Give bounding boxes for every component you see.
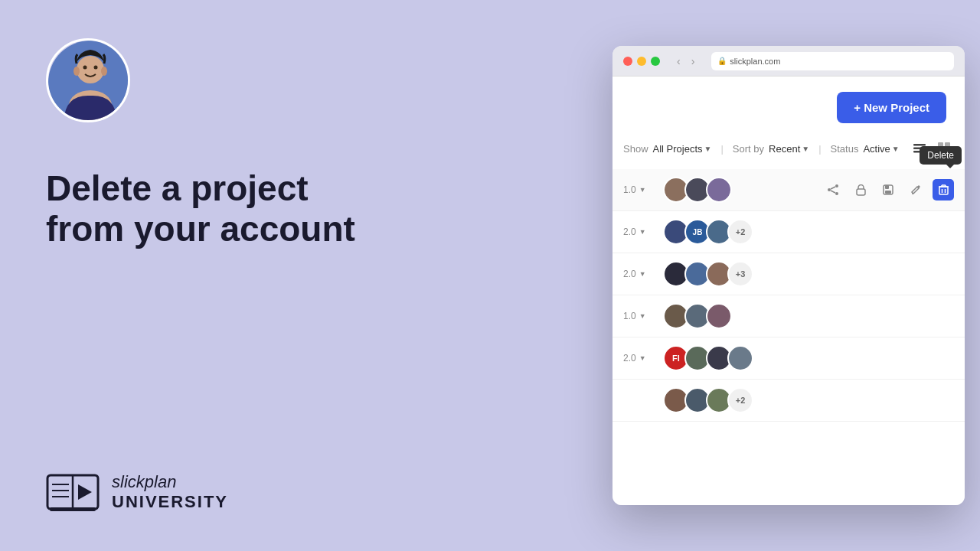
status-dropdown[interactable]: Active ▼ <box>863 143 899 155</box>
version-label: 1.0 ▼ <box>623 311 654 321</box>
table-row: 2.0 ▼ +3 <box>612 253 965 295</box>
show-caret: ▼ <box>704 145 712 153</box>
version-label: 2.0 ▼ <box>623 353 654 364</box>
svg-rect-28 <box>885 185 889 189</box>
avatars-group: FI <box>663 345 753 371</box>
status-caret: ▼ <box>892 145 900 153</box>
svg-rect-26 <box>857 189 865 195</box>
svg-rect-31 <box>939 187 948 194</box>
nav-arrows: ‹ › <box>674 54 697 69</box>
table-row: 1.0 ▼ <box>612 169 965 211</box>
url-text: slickplan.com <box>730 57 780 66</box>
show-label: Show <box>623 143 648 155</box>
svg-point-21 <box>835 184 838 187</box>
table-row: 1.0 ▼ <box>612 295 965 337</box>
table-row: 2.0 ▼ JB +2 <box>612 211 965 253</box>
filter-bar: Show All Projects ▼ | Sort by Recent ▼ |… <box>612 134 965 169</box>
avatar <box>706 303 732 329</box>
brand-text: slickplan UNIVERSITY <box>112 472 228 512</box>
status-label: Status <box>831 143 859 155</box>
sort-dropdown[interactable]: Recent ▼ <box>769 143 809 155</box>
avatar <box>727 345 753 371</box>
svg-point-4 <box>94 66 98 70</box>
svg-point-1 <box>77 56 104 83</box>
version-label <box>623 395 654 406</box>
traffic-lights <box>623 57 660 66</box>
svg-rect-13 <box>50 507 96 511</box>
left-panel: Delete a project from your account slick… <box>0 0 475 551</box>
browser-titlebar: ‹ › 🔒 slickplan.com <box>612 46 965 77</box>
close-button[interactable] <box>623 57 632 66</box>
svg-point-6 <box>101 67 107 76</box>
table-row: +2 <box>612 380 965 422</box>
avatars-group: +2 <box>663 387 753 413</box>
share-icon[interactable] <box>822 179 844 201</box>
project-list: 1.0 ▼ <box>612 169 965 422</box>
svg-marker-12 <box>78 484 92 500</box>
maximize-button[interactable] <box>651 57 660 66</box>
edit-icon[interactable] <box>905 179 926 201</box>
avatars-group: +3 <box>663 261 753 287</box>
delete-tooltip: Delete <box>920 146 962 165</box>
book-icon <box>46 471 100 513</box>
show-dropdown[interactable]: All Projects ▼ <box>653 143 712 155</box>
version-label: 2.0 ▼ <box>623 269 654 279</box>
svg-line-24 <box>831 187 835 189</box>
svg-line-25 <box>831 191 835 193</box>
svg-point-5 <box>74 67 80 76</box>
avatars-group <box>663 303 732 329</box>
brand-footer: slickplan UNIVERSITY <box>46 471 429 513</box>
action-icons <box>822 179 954 201</box>
address-bar[interactable]: 🔒 slickplan.com <box>711 52 954 70</box>
minimize-button[interactable] <box>637 57 646 66</box>
lock-icon[interactable] <box>850 179 871 201</box>
avatar <box>706 177 732 203</box>
back-arrow[interactable]: ‹ <box>674 54 684 69</box>
presenter-avatar <box>46 38 130 122</box>
table-row: 2.0 ▼ FI <box>612 337 965 380</box>
avatar-extra: +2 <box>727 219 753 245</box>
forward-arrow[interactable]: › <box>688 54 698 69</box>
browser-content: + New Project Show All Projects ▼ | Sort… <box>612 77 965 505</box>
avatars-group: JB +2 <box>663 219 753 245</box>
svg-point-23 <box>835 192 838 195</box>
lock-icon: 🔒 <box>717 57 727 65</box>
version-label: 1.0 ▼ <box>623 184 654 195</box>
svg-point-3 <box>83 66 87 70</box>
version-label: 2.0 ▼ <box>623 227 654 237</box>
save-icon[interactable] <box>877 179 899 201</box>
main-headline: Delete a project from your account <box>46 168 429 249</box>
svg-point-22 <box>828 188 831 191</box>
browser-window: ‹ › 🔒 slickplan.com + New Project Show A… <box>612 46 965 505</box>
delete-button[interactable] <box>933 179 954 201</box>
new-project-button[interactable]: + New Project <box>837 92 946 123</box>
sort-label: Sort by <box>733 143 764 155</box>
avatar-extra: +3 <box>727 261 753 287</box>
new-project-bar: + New Project <box>612 77 965 134</box>
svg-rect-29 <box>885 191 891 194</box>
avatars-group <box>663 177 732 203</box>
avatar-extra: +2 <box>727 387 753 413</box>
sort-caret: ▼ <box>802 145 809 153</box>
